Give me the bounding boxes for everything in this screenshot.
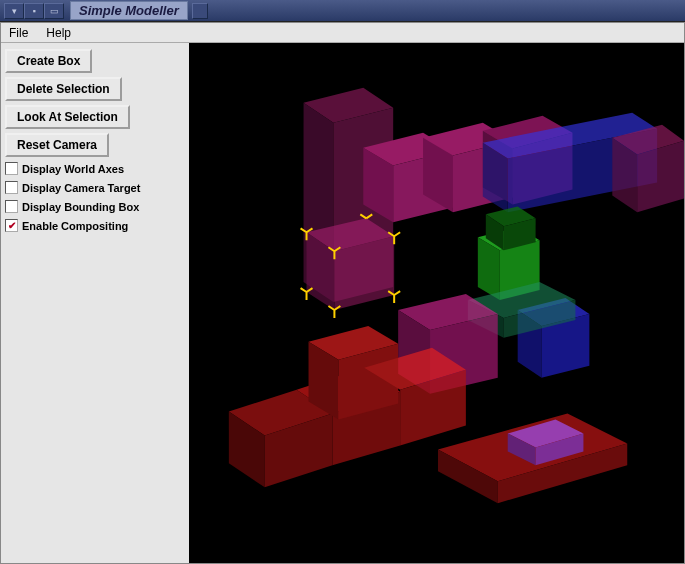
window-button-3[interactable]: ▭	[44, 3, 64, 19]
reset-camera-button[interactable]: Reset Camera	[5, 133, 109, 157]
enable-compositing-checkbox[interactable]: ✔ Enable Compositing	[5, 218, 185, 233]
menu-help[interactable]: Help	[42, 24, 75, 42]
scene-render	[189, 43, 684, 563]
checkbox-icon: ✔	[5, 219, 18, 232]
create-box-button[interactable]: Create Box	[5, 49, 92, 73]
viewport-3d[interactable]	[189, 43, 684, 563]
sidebar: Create Box Delete Selection Look At Sele…	[1, 43, 189, 563]
delete-selection-button[interactable]: Delete Selection	[5, 77, 122, 101]
checkbox-icon	[5, 181, 18, 194]
checkbox-label: Display Bounding Box	[22, 201, 139, 213]
window-title: Simple Modeller	[70, 1, 188, 20]
checkbox-icon	[5, 162, 18, 175]
titlebar-handle[interactable]	[192, 3, 208, 19]
display-camera-target-checkbox[interactable]: Display Camera Target	[5, 180, 185, 195]
menubar: File Help	[1, 23, 684, 43]
menu-file[interactable]: File	[5, 24, 32, 42]
look-at-selection-button[interactable]: Look At Selection	[5, 105, 130, 129]
display-world-axes-checkbox[interactable]: Display World Axes	[5, 161, 185, 176]
checkbox-icon	[5, 200, 18, 213]
content-area: Create Box Delete Selection Look At Sele…	[1, 43, 684, 563]
app-window: File Help Create Box Delete Selection Lo…	[0, 22, 685, 564]
checkbox-label: Display World Axes	[22, 163, 124, 175]
window-button-2[interactable]: ▪	[24, 3, 44, 19]
window-button-1[interactable]: ▾	[4, 3, 24, 19]
window-controls: ▾ ▪ ▭	[4, 3, 64, 19]
checkbox-label: Display Camera Target	[22, 182, 140, 194]
display-bounding-box-checkbox[interactable]: Display Bounding Box	[5, 199, 185, 214]
titlebar: ▾ ▪ ▭ Simple Modeller	[0, 0, 685, 22]
checkbox-label: Enable Compositing	[22, 220, 128, 232]
